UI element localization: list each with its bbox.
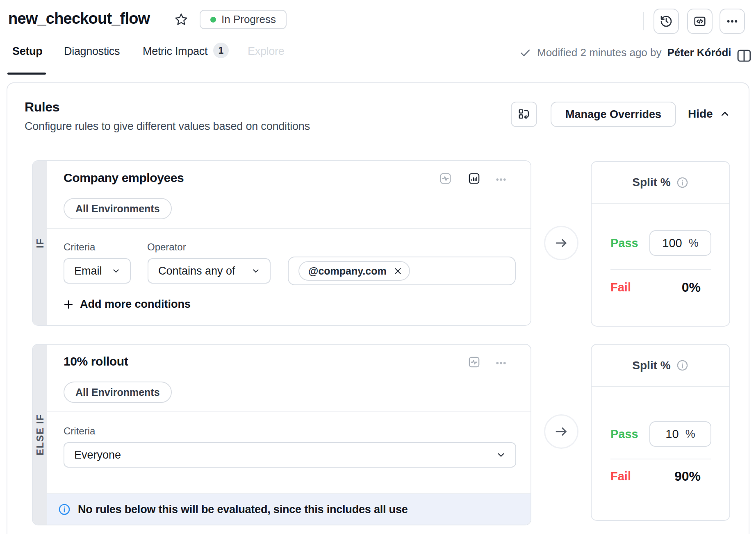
rule-header-divider (47, 411, 531, 412)
operator-label: Operator (147, 241, 186, 253)
pass-percent-value: 100 (662, 236, 682, 250)
history-icon (660, 15, 673, 28)
pass-label: Pass (610, 236, 638, 250)
panel-toggle-button[interactable] (736, 47, 753, 64)
rule-to-split-arrow (544, 226, 578, 260)
criteria-select[interactable]: Everyone (64, 442, 516, 468)
active-tab-underline (7, 73, 46, 75)
fail-row: Fail 0% (610, 280, 711, 295)
value-chip-label: @company.com (308, 265, 387, 277)
environment-tag: All Environments (64, 382, 172, 403)
fail-row: Fail 90% (610, 469, 711, 484)
rule-card-10-percent-rollout: ELSE IF 10% rollout All Environments Cri… (32, 344, 531, 525)
header-divider (643, 12, 644, 30)
metric-impact-count-badge: 1 (213, 43, 229, 58)
check-icon (519, 47, 531, 59)
status-label: In Progress (221, 13, 276, 26)
rule-connector-rail: IF (33, 161, 47, 325)
ellipsis-icon (495, 173, 507, 186)
rule-more-button[interactable] (495, 357, 507, 369)
pass-percent-input[interactable]: 100 % (649, 230, 711, 256)
page: new_checkout_flow In Progress Setup Diag… (0, 0, 756, 534)
rule-pulse-button[interactable] (468, 356, 480, 368)
criteria-label: Criteria (64, 425, 95, 437)
criteria-select-value: Everyone (74, 449, 121, 461)
modified-status: Modified 2 minutes ago by Péter Kóródi (519, 46, 731, 59)
tab-metric-impact[interactable]: Metric Impact (143, 45, 207, 58)
rule-connector-label: ELSE IF (34, 414, 46, 455)
status-badge[interactable]: In Progress (200, 10, 287, 29)
favorite-star-button[interactable] (174, 12, 189, 27)
criteria-select[interactable]: Email (64, 258, 131, 284)
arrow-right-icon (553, 424, 569, 439)
environment-tag-label: All Environments (75, 386, 160, 398)
rule-body: Company employees All Environments Crite… (47, 161, 531, 325)
percent-unit: % (685, 428, 695, 441)
pass-percent-input[interactable]: 10 % (649, 421, 711, 447)
rule-connector-label: IF (34, 238, 46, 248)
rule-name: Company employees (64, 171, 184, 185)
add-more-conditions-button[interactable]: Add more conditions (63, 298, 191, 311)
close-icon[interactable] (392, 266, 403, 277)
plus-icon (63, 299, 74, 310)
rules-heading: Rules (25, 100, 59, 115)
split-header: Split % (592, 162, 729, 204)
tab-setup[interactable]: Setup (12, 45, 43, 58)
chevron-down-icon (251, 266, 261, 276)
split-divider (610, 459, 711, 459)
rule-more-button[interactable] (495, 173, 507, 186)
history-button[interactable] (654, 9, 679, 34)
split-divider (610, 269, 711, 270)
fail-label: Fail (610, 281, 631, 294)
criteria-label: Criteria (64, 241, 95, 253)
manage-overrides-button[interactable]: Manage Overrides (551, 102, 676, 127)
split-title: Split % (632, 176, 670, 189)
pass-row: Pass 10 % (610, 421, 711, 447)
split-card: Split % Pass 100 % Fail 0% (591, 161, 730, 327)
code-button[interactable] (687, 9, 713, 34)
environment-tag-label: All Environments (75, 203, 160, 215)
modified-text: Modified 2 minutes ago by (537, 46, 662, 59)
pass-label: Pass (610, 427, 638, 441)
rule-body: 10% rollout All Environments Criteria Ev… (47, 345, 531, 525)
split-header: Split % (592, 345, 729, 387)
star-icon (174, 12, 189, 27)
condition-values-input[interactable]: @company.com (288, 257, 516, 285)
rule-analytics-button[interactable] (468, 172, 480, 185)
rule-header-divider (47, 228, 531, 229)
ellipsis-icon (726, 15, 739, 28)
bar-chart-icon (468, 172, 480, 185)
percent-unit: % (689, 237, 699, 250)
pass-row: Pass 100 % (610, 230, 711, 256)
operator-select[interactable]: Contains any of (148, 258, 271, 284)
rule-connector-rail: ELSE IF (33, 345, 47, 525)
hide-rules-toggle[interactable]: Hide (688, 107, 731, 120)
rule-to-split-arrow (544, 414, 578, 449)
hide-label: Hide (688, 107, 713, 120)
info-icon (676, 359, 689, 372)
view-overrides-button[interactable] (511, 102, 537, 127)
tab-diagnostics[interactable]: Diagnostics (64, 45, 120, 58)
rule-name: 10% rollout (64, 354, 128, 368)
chevron-down-icon (111, 266, 121, 276)
split-panel-icon (736, 47, 753, 64)
add-more-conditions-label: Add more conditions (80, 298, 191, 311)
rule-pulse-button[interactable] (439, 172, 452, 185)
arrow-right-icon (553, 235, 569, 251)
chevron-up-icon (719, 108, 731, 120)
ellipsis-icon (495, 357, 507, 369)
info-icon (58, 503, 71, 516)
activity-pulse-icon (468, 356, 480, 368)
more-actions-button[interactable] (720, 9, 745, 34)
rule-card-company-employees: IF Company employees All Environments Cr… (32, 160, 531, 326)
info-icon (676, 176, 689, 189)
chevron-down-icon (496, 450, 506, 460)
split-card: Split % Pass 10 % Fail 90% (591, 344, 730, 521)
overrides-diff-icon (517, 108, 531, 121)
status-dot-icon (210, 17, 216, 23)
rule-info-banner-text: No rules below this will be evaluated, s… (78, 503, 408, 516)
fail-percent-value: 90% (674, 469, 711, 484)
criteria-select-value: Email (74, 265, 102, 277)
modified-author: Péter Kóródi (667, 46, 731, 59)
split-title: Split % (632, 359, 670, 372)
